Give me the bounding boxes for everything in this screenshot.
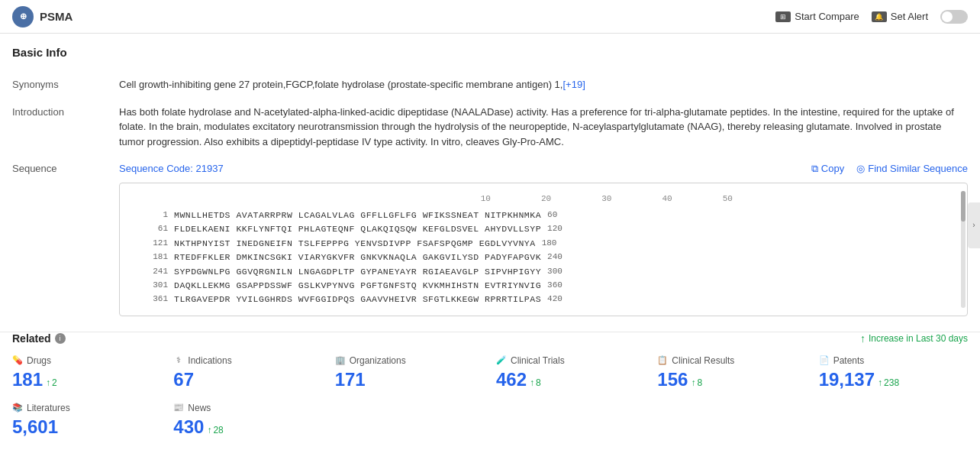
related-header: Related i ↑ Increase in Last 30 days [12, 332, 968, 345]
sequence-ruler: 10 20 30 40 50 [132, 193, 955, 206]
item-label: Clinical Results [672, 355, 734, 366]
seq-line-content: RTEDFFKLER DMKINCSGKI VIARYGKVFR GNKVKNA… [174, 251, 541, 264]
sequence-header: Sequence Code: 21937 ⧉ Copy ◎ Find Simil… [119, 161, 968, 176]
count-value: 156 [657, 369, 688, 390]
count-value: 19,137 [819, 369, 875, 390]
item-icon: 📚 [12, 403, 23, 413]
seq-line-num: 181 [132, 251, 174, 264]
item-icon: 🧪 [496, 355, 507, 366]
side-tab-icon: › [972, 221, 975, 229]
sequence-row: Sequence Sequence Code: 21937 ⧉ Copy ◎ F… [12, 161, 968, 316]
related-count: 5,601 [12, 416, 161, 438]
seq-line-content: DAQKLLEKMG GSAPPDSSWF GSLKVPYNVG PGFTGNF… [174, 279, 541, 293]
related-item[interactable]: 📚 Literatures 5,601 [12, 403, 161, 438]
related-item-header: 📰 News [173, 403, 322, 413]
related-item-header: 📚 Literatures [12, 403, 161, 413]
sequence-line: 1MWNLLHETDS AVATARRPRW LCAGALVLAG GFFLLG… [132, 209, 955, 222]
alert-icon: 🔔 [872, 11, 887, 22]
synonyms-label: Synonyms [12, 77, 119, 90]
count-value: 181 [12, 369, 43, 390]
related-item-header: 🧪 Clinical Trials [496, 355, 645, 366]
count-increase: ↑ 8 [691, 377, 702, 388]
count-increase: ↑ 238 [878, 377, 899, 388]
copy-button[interactable]: ⧉ Copy [811, 163, 844, 175]
count-increase: ↑ 28 [207, 425, 223, 435]
compare-icon: ⊞ [775, 11, 791, 22]
item-icon: 📄 [819, 355, 830, 366]
item-icon: 💊 [12, 355, 23, 366]
sequence-scrollbar[interactable] [961, 191, 965, 308]
sequence-box: 10 20 30 40 50 1MWNLLHETDS AVATARRPRW LC… [119, 183, 968, 316]
seq-line-content: TLRGAVEPDR YVILGGHRDS WVFGGIDPQS GAAVVHE… [174, 293, 541, 306]
related-count: 430 ↑ 28 [173, 416, 322, 438]
item-label: Drugs [27, 355, 51, 366]
seq-line-content: SYPDGWNLPG GGVQRGNILN LNGAGDPLTP GYPANEY… [174, 265, 541, 279]
count-value: 67 [173, 369, 194, 390]
sequence-line: 301DAQKLLEKMG GSAPPDSSWF GSLKVPYNVG PGFT… [132, 279, 955, 293]
related-item[interactable]: 📄 Patents 19,137 ↑ 238 [819, 355, 968, 390]
start-compare-button[interactable]: ⊞ Start Compare [775, 11, 859, 22]
related-grid-2: 📚 Literatures 5,601 📰 News 430 ↑ 28 [12, 403, 968, 438]
find-similar-button[interactable]: ◎ Find Similar Sequence [856, 163, 968, 175]
count-value: 430 [173, 416, 204, 438]
seq-line-end: 240 [547, 251, 563, 264]
up-arrow-icon: ↑ [878, 377, 882, 388]
synonyms-more-link[interactable]: [+19] [563, 79, 585, 90]
trend-up-icon: ↑ [860, 332, 866, 345]
related-item[interactable]: 🧪 Clinical Trials 462 ↑ 8 [496, 355, 645, 390]
item-label: Indications [188, 355, 231, 366]
item-icon: 📋 [657, 355, 668, 366]
related-item[interactable]: 📰 News 430 ↑ 28 [173, 403, 322, 438]
header: ⊕ PSMA ⊞ Start Compare 🔔 Set Alert [0, 0, 980, 34]
related-item[interactable]: ⚕ Indications 67 [173, 355, 322, 390]
related-item-header: 📄 Patents [819, 355, 968, 366]
related-count: 462 ↑ 8 [496, 369, 645, 390]
set-alert-button[interactable]: 🔔 Set Alert [872, 11, 928, 22]
item-label: Literatures [27, 403, 70, 413]
up-arrow-icon: ↑ [691, 377, 695, 388]
app-title: PSMA [40, 10, 73, 23]
seq-line-num: 1 [132, 209, 174, 222]
related-item[interactable]: 🏢 Organizations 171 [335, 355, 484, 390]
item-label: News [188, 403, 211, 413]
related-grid: 💊 Drugs 181 ↑ 2 ⚕ Indications 67 🏢 Organ… [12, 355, 968, 390]
seq-line-end: 420 [547, 293, 563, 306]
sequence-line: 121NKTHPNYIST INEDGNEIFN TSLFEPPPG YENVS… [132, 237, 955, 251]
related-item[interactable]: 💊 Drugs 181 ↑ 2 [12, 355, 161, 390]
synonyms-row: Synonyms Cell growth-inhibiting gene 27 … [12, 77, 968, 92]
related-item[interactable]: 📋 Clinical Results 156 ↑ 8 [657, 355, 806, 390]
seq-line-end: 120 [547, 222, 563, 236]
related-count: 181 ↑ 2 [12, 369, 161, 390]
sequence-container: Sequence Code: 21937 ⧉ Copy ◎ Find Simil… [119, 161, 968, 316]
seq-line-end: 180 [542, 237, 557, 251]
sequence-line: 61FLDELKAENI KKFLYNFTQI PHLAGTEQNF QLAKQ… [132, 222, 955, 236]
toggle-switch[interactable] [940, 10, 968, 24]
copy-icon: ⧉ [811, 163, 818, 175]
introduction-value: Has both folate hydrolase and N-acetylat… [119, 105, 968, 150]
sequence-scrollbar-thumb[interactable] [961, 191, 965, 222]
find-similar-icon: ◎ [856, 163, 865, 174]
related-info-badge[interactable]: i [55, 333, 66, 344]
seq-line-num: 61 [132, 222, 174, 236]
sequence-lines: 1MWNLLHETDS AVATARRPRW LCAGALVLAG GFFLLG… [132, 209, 955, 307]
related-item-header: 📋 Clinical Results [657, 355, 806, 366]
seq-line-num: 121 [132, 237, 174, 251]
related-count: 156 ↑ 8 [657, 369, 806, 390]
sequence-code[interactable]: Sequence Code: 21937 [119, 161, 224, 176]
related-count: 171 [335, 369, 484, 390]
item-label: Organizations [350, 355, 406, 366]
side-tab[interactable]: › [968, 202, 980, 248]
item-label: Clinical Trials [511, 355, 565, 366]
item-icon: 🏢 [335, 355, 346, 366]
count-value: 171 [335, 369, 366, 390]
seq-line-num: 301 [132, 279, 174, 293]
up-arrow-icon: ↑ [46, 377, 50, 388]
up-arrow-icon: ↑ [207, 425, 211, 435]
seq-line-content: MWNLLHETDS AVATARRPRW LCAGALVLAG GFFLLGF… [174, 209, 541, 222]
related-item-header: ⚕ Indications [173, 355, 322, 366]
seq-line-content: NKTHPNYIST INEDGNEIFN TSLFEPPPG YENVSDIV… [174, 237, 536, 251]
related-trend: ↑ Increase in Last 30 days [860, 332, 968, 345]
count-value: 5,601 [12, 416, 58, 438]
related-count: 67 [173, 369, 322, 390]
related-item-header: 🏢 Organizations [335, 355, 484, 366]
